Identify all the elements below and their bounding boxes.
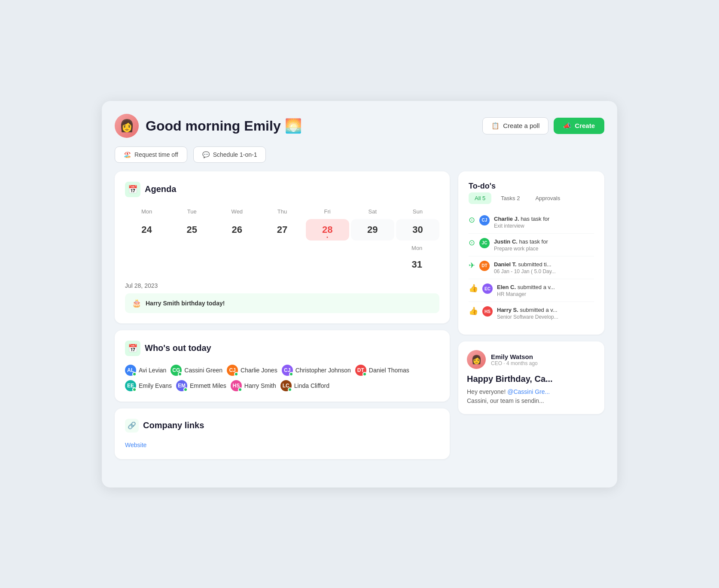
post-meta: CEO · 4 months ago <box>491 360 538 366</box>
list-item: CJ Christopher Johnson <box>282 365 351 376</box>
cal-day-28[interactable]: 28 <box>306 219 349 241</box>
right-panel: To-do's All 5 Tasks 2 Approvals ⊙ CJ Cha… <box>458 171 604 475</box>
company-links-icon: 🔗 <box>125 419 139 433</box>
person-avatar-emmett: EM <box>176 380 187 391</box>
status-dot <box>132 387 137 392</box>
person-avatar-charlie: CJ <box>227 365 238 376</box>
agenda-title: Agenda <box>145 184 176 194</box>
greeting-text: Good morning Emily 🌅 <box>146 118 302 134</box>
user-avatar: 👩 <box>115 114 139 138</box>
plane-icon: ✈ <box>469 261 475 270</box>
whos-out-header: 📅 Who's out today <box>125 341 439 356</box>
time-off-icon: 🏖️ <box>124 151 131 158</box>
check-circle-icon: ⊙ <box>469 215 475 225</box>
create-label: Create <box>575 122 595 129</box>
todo-sub: Exit interview <box>494 223 549 229</box>
status-dot <box>178 372 182 376</box>
day-name-sat: Sat <box>351 206 394 217</box>
birthday-icon: 🎂 <box>132 299 141 308</box>
post-author-avatar: 👩 <box>467 350 486 369</box>
todo-content: Daniel T. submitted ti... 06 Jan - 10 Ja… <box>494 261 556 274</box>
chat-icon: 💬 <box>202 151 210 158</box>
cal-day-26[interactable]: 26 <box>215 219 259 241</box>
day-name-mon-extra: Mon <box>394 242 439 254</box>
date-label: Jul 28, 2023 <box>125 282 439 289</box>
post-body-line1: Hey everyone! <box>467 388 506 395</box>
megaphone-icon: 📣 <box>563 122 571 130</box>
person-name: Avi Levian <box>139 367 166 374</box>
company-links-header: 🔗 Company links <box>125 419 439 433</box>
day-name-thu: Thu <box>260 206 304 217</box>
cal-day-31[interactable]: 31 <box>394 254 439 275</box>
todos-card: To-do's All 5 Tasks 2 Approvals ⊙ CJ Cha… <box>458 171 604 335</box>
schedule-1on1-button[interactable]: 💬 Schedule 1-on-1 <box>193 146 266 163</box>
todo-item: 👍 HS Harry S. submitted a v... Senior So… <box>469 302 594 324</box>
person-name: Emily Evans <box>139 382 172 389</box>
whos-out-title: Who's out today <box>145 343 211 353</box>
agenda-header: 📅 Agenda <box>125 182 439 197</box>
person-avatar-avi: AL <box>125 365 136 376</box>
person-avatar-cassini: CG <box>171 365 182 376</box>
app-container: 👩 Good morning Emily 🌅 📋 Create a poll 📣… <box>102 101 617 487</box>
poll-icon: 📋 <box>491 122 500 130</box>
status-dot <box>288 387 292 392</box>
request-time-off-button[interactable]: 🏖️ Request time off <box>115 146 187 163</box>
company-links-title: Company links <box>143 420 204 430</box>
list-item: CG Cassini Green <box>171 365 222 376</box>
action-buttons: 🏖️ Request time off 💬 Schedule 1-on-1 <box>115 146 604 163</box>
person-avatar-linda: LC <box>280 380 292 391</box>
cal-day-24[interactable]: 24 <box>125 219 168 241</box>
cal-day-25[interactable]: 25 <box>170 219 213 241</box>
tab-tasks[interactable]: Tasks 2 <box>495 192 526 204</box>
agenda-icon: 📅 <box>125 182 140 197</box>
post-body: Hey everyone! @Cassini Gre... Cassini, o… <box>467 387 596 405</box>
post-author-name: Emily Watson <box>491 353 538 360</box>
list-item: DT Daniel Thomas <box>355 365 409 376</box>
tab-approvals[interactable]: Approvals <box>529 192 566 204</box>
whos-out-icon: 📅 <box>125 341 140 356</box>
person-name: Harry Smith <box>244 382 276 389</box>
day-name-fri: Fri <box>306 206 349 217</box>
todo-sub: HR Manager <box>497 291 555 297</box>
event-text: Harry Smith birthday today! <box>146 300 225 307</box>
post-author-info: Emily Watson CEO · 4 months ago <box>491 353 538 366</box>
todo-sub: Senior Software Develop... <box>497 314 558 320</box>
cal-day-29[interactable]: 29 <box>351 219 394 241</box>
todo-item: 👍 EC Elen C. submitted a v... HR Manager <box>469 279 594 302</box>
main-content: 📅 Agenda Mon Tue Wed Thu Fri Sat Sun 24 … <box>115 171 604 475</box>
post-mention: @Cassini Gre... <box>507 388 550 395</box>
whos-out-card: 📅 Who's out today AL Avi Levian CG <box>115 330 450 402</box>
day-name-sun: Sun <box>396 206 439 217</box>
status-dot <box>234 372 238 376</box>
request-time-off-label: Request time off <box>134 151 178 158</box>
create-poll-button[interactable]: 📋 Create a poll <box>482 117 548 134</box>
thumbs-up-icon: 👍 <box>469 306 478 316</box>
schedule-1on1-label: Schedule 1-on-1 <box>213 151 257 158</box>
todos-tabs: All 5 Tasks 2 Approvals <box>469 192 594 204</box>
todo-content: Justin C. has task for Prepare work plac… <box>494 238 548 252</box>
post-body-line2: Cassini, our team is sendin... <box>467 397 544 404</box>
post-header: 👩 Emily Watson CEO · 4 months ago <box>467 350 596 369</box>
todo-sub: 06 Jan - 10 Jan ( 5.0 Day... <box>494 268 556 274</box>
website-link[interactable]: Website <box>125 442 146 448</box>
day-name-wed: Wed <box>215 206 259 217</box>
agenda-card: 📅 Agenda Mon Tue Wed Thu Fri Sat Sun 24 … <box>115 171 450 323</box>
header: 👩 Good morning Emily 🌅 📋 Create a poll 📣… <box>115 114 604 138</box>
tab-all[interactable]: All 5 <box>469 192 491 204</box>
create-button[interactable]: 📣 Create <box>554 118 604 134</box>
todo-avatar-elen: EC <box>482 283 493 294</box>
header-right: 📋 Create a poll 📣 Create <box>482 117 604 134</box>
person-name: Daniel Thomas <box>369 367 409 374</box>
post-role: CEO <box>491 360 502 366</box>
cal-day-27[interactable]: 27 <box>260 219 304 241</box>
cal-day-30[interactable]: 30 <box>396 219 439 241</box>
todo-avatar-charlie: CJ <box>479 215 490 225</box>
company-links-card: 🔗 Company links Website <box>115 408 450 459</box>
status-dot <box>363 372 367 376</box>
person-avatar-christopher: CJ <box>282 365 293 376</box>
list-item: HS Harry Smith <box>231 380 276 391</box>
person-avatar-harry: HS <box>231 380 242 391</box>
link-item[interactable]: Website <box>125 441 439 449</box>
todo-text: Elen C. submitted a v... <box>497 283 555 291</box>
todo-text: Harry S. submitted a v... <box>497 306 558 314</box>
